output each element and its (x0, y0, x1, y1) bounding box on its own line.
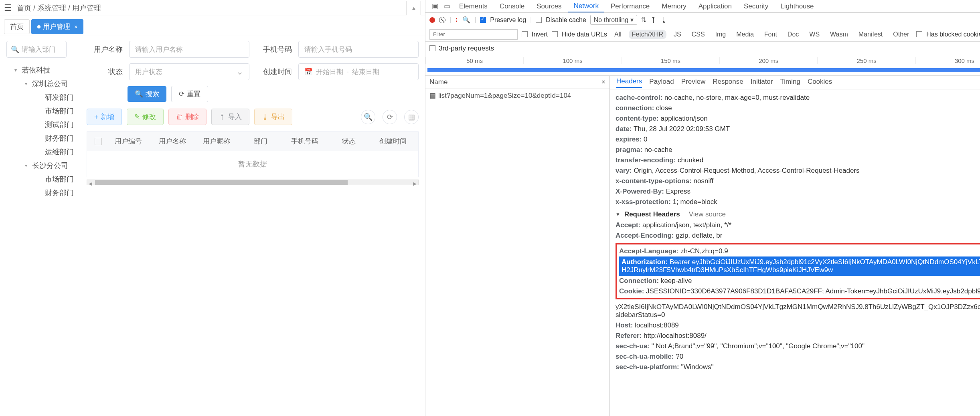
tree-rd[interactable]: 研发部门 (2, 91, 78, 104)
export-button[interactable]: ⭳导出 (254, 109, 292, 125)
tab-user-mgmt[interactable]: 用户管理 × (31, 19, 83, 34)
hdr-key: X-Powered-By: (616, 188, 664, 195)
header-line: x-xss-protection: 1; mode=block (616, 197, 980, 207)
detail-tab-timing[interactable]: Timing (780, 78, 800, 87)
tree-ops[interactable]: 运维部门 (2, 145, 78, 159)
menu-toggle-icon[interactable]: ☰ (4, 3, 12, 13)
tree-csfin[interactable]: 财务部门 (2, 186, 78, 200)
device-toggle-icon[interactable]: ▭ (441, 2, 453, 10)
col-phone: 手机号码 (283, 137, 327, 146)
select-all-checkbox[interactable] (90, 138, 106, 145)
tree-csmkt[interactable]: 市场部门 (2, 172, 78, 186)
blocked-cookies-checkbox[interactable] (916, 31, 922, 37)
type-all[interactable]: All (611, 30, 625, 39)
hdr-key: sec-ch-ua-platform: (616, 363, 679, 371)
detail-tab-cookies[interactable]: Cookies (808, 78, 832, 87)
throttling-select[interactable]: No throttling ▾ (590, 15, 637, 25)
phone-input[interactable]: 请输入手机号码 (298, 41, 419, 58)
type-manifest[interactable]: Manifest (855, 30, 886, 39)
reset-button[interactable]: ⟳重置 (171, 86, 208, 102)
search-network-icon[interactable]: 🔍 (462, 16, 470, 24)
type-wasm[interactable]: Wasm (827, 30, 851, 39)
dept-search-input[interactable]: 🔍 请输入部门 (6, 41, 67, 58)
btn-label: 导出 (271, 112, 285, 121)
hdr-val: no-cache (644, 146, 672, 153)
request-row[interactable]: ▤ list?pageNum=1&pageSize=10&deptId=104 (425, 89, 609, 102)
tab-elements[interactable]: Elements (454, 1, 493, 12)
wifi-icon[interactable]: ⇅ (641, 16, 646, 24)
detail-tab-preview[interactable]: Preview (681, 78, 705, 87)
breadcrumb-sys[interactable]: 系统管理 (37, 4, 66, 12)
tab-memory[interactable]: Memory (656, 1, 692, 12)
type-doc[interactable]: Doc (784, 30, 802, 39)
view-source-link[interactable]: View source (689, 210, 726, 218)
third-party-checkbox[interactable] (429, 45, 435, 51)
type-css[interactable]: CSS (688, 30, 708, 39)
tree-root[interactable]: ▾若依科技 (2, 63, 78, 77)
tab-lighthouse[interactable]: Lighthouse (775, 1, 819, 12)
search-button[interactable]: 🔍搜索 (128, 86, 166, 102)
close-icon[interactable]: × (74, 24, 77, 30)
disable-cache-checkbox[interactable] (536, 17, 542, 23)
tab-console[interactable]: Console (494, 1, 530, 12)
tree-fin[interactable]: 财务部门 (2, 131, 78, 145)
import-button[interactable]: ⭱导入 (211, 109, 249, 125)
record-button[interactable] (429, 17, 435, 23)
filter-toggle-icon[interactable]: ⫶ (455, 16, 458, 24)
download-har-icon[interactable]: ⭳ (661, 16, 667, 24)
devtools-panel: ▣ ▭ Elements Console Sources Network Per… (425, 0, 980, 416)
detail-tab-payload[interactable]: Payload (649, 78, 674, 87)
grid-toggle-button[interactable]: ▦ (404, 110, 419, 124)
hdr-key: sec-ch-ua: (616, 342, 650, 350)
tab-application[interactable]: Application (693, 1, 737, 12)
edit-button[interactable]: ✎修改 (127, 109, 164, 125)
headers-body[interactable]: cache-control: no-cache, no-store, max-a… (610, 89, 980, 416)
type-other[interactable]: Other (890, 30, 912, 39)
tree-csbranch[interactable]: ▾长沙分公司 (2, 159, 78, 172)
clear-button[interactable] (439, 17, 445, 23)
type-js[interactable]: JS (670, 30, 684, 39)
type-ws[interactable]: WS (806, 30, 823, 39)
status-select[interactable]: 用户状态 (129, 63, 249, 80)
type-img[interactable]: Img (712, 30, 729, 39)
invert-checkbox[interactable] (522, 31, 528, 37)
date-range-input[interactable]: 📅 开始日期 - 结束日期 (298, 63, 419, 80)
close-detail-icon[interactable]: × (601, 78, 605, 86)
tab-performance[interactable]: Performance (605, 1, 655, 12)
hide-urls-checkbox[interactable] (552, 31, 558, 37)
horizontal-scrollbar[interactable]: ◂ ▸ (87, 180, 419, 185)
breadcrumb-home[interactable]: 首页 (17, 4, 31, 12)
refresh-circle-button[interactable]: ⟳ (383, 110, 397, 124)
search-toggle-button[interactable]: 🔍 (361, 110, 375, 124)
scroll-left-icon[interactable]: ◂ (89, 179, 92, 188)
tab-home[interactable]: 首页 (4, 19, 30, 34)
inspect-icon[interactable]: ▣ (429, 2, 441, 10)
hdr-key: Accept-Encoding: (616, 232, 674, 239)
request-headers-section[interactable]: ▼ Request Headers View source (616, 207, 980, 220)
delete-button[interactable]: 🗑删除 (168, 109, 207, 125)
detail-tab-initiator[interactable]: Initiator (751, 78, 773, 87)
type-font[interactable]: Font (761, 30, 780, 39)
tick: 200 ms (719, 57, 817, 64)
type-media[interactable]: Media (733, 30, 757, 39)
hdr-val: nosniff (694, 177, 714, 185)
upload-har-icon[interactable]: ⭱ (650, 16, 657, 24)
detail-tab-headers[interactable]: Headers (616, 77, 642, 88)
detail-tab-response[interactable]: Response (713, 78, 743, 87)
type-fetch-xhr[interactable]: Fetch/XHR (629, 30, 666, 39)
scroll-right-icon[interactable]: ▸ (413, 179, 417, 188)
username-input[interactable]: 请输入用户名称 (129, 41, 249, 58)
tree-test[interactable]: 测试部门 (2, 118, 78, 131)
add-button[interactable]: +新增 (87, 109, 122, 125)
tree-szhq[interactable]: ▾深圳总公司 (2, 77, 78, 91)
tab-sources[interactable]: Sources (531, 1, 567, 12)
scroll-thumb[interactable] (95, 180, 348, 185)
tab-home-label: 首页 (10, 22, 24, 31)
network-timeline[interactable]: 50 ms 100 ms 150 ms 200 ms 250 ms 300 ms… (425, 55, 980, 76)
filter-input[interactable] (429, 29, 518, 40)
tree-mkt[interactable]: 市场部门 (2, 104, 78, 118)
tab-network[interactable]: Network (568, 0, 604, 12)
tab-security[interactable]: Security (738, 1, 774, 12)
tree-label: 财务部门 (45, 133, 74, 143)
preserve-log-checkbox[interactable] (480, 17, 486, 23)
